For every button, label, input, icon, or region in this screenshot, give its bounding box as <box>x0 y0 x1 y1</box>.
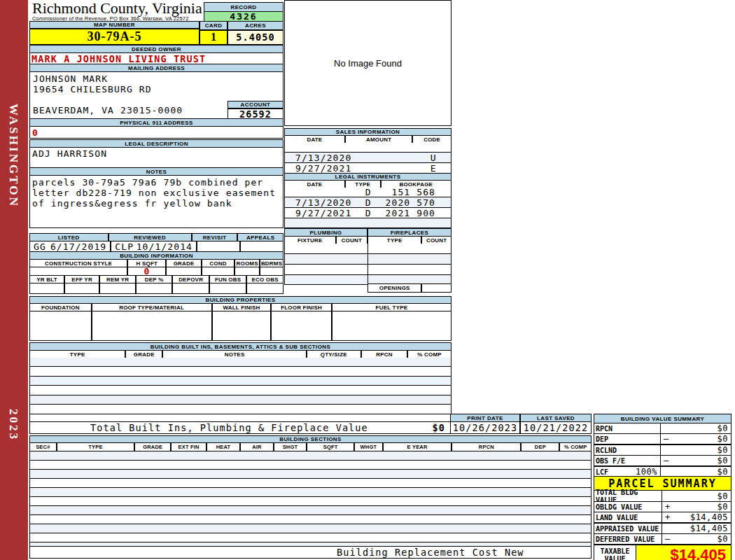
sale-code <box>416 143 451 152</box>
table-row <box>285 265 451 275</box>
notes-line: of ingress&egress fr yellow bank <box>32 198 281 209</box>
rem-yr-value <box>99 283 136 294</box>
foundation-value <box>29 311 92 341</box>
revisit-value <box>197 241 240 252</box>
wall-finish-value <box>212 311 272 341</box>
legal-description-value: ADJ HARRISON <box>29 147 284 168</box>
print-date-value: 10/26/2023 <box>450 421 520 434</box>
table-row <box>30 524 591 533</box>
instrument-type: D <box>352 197 385 208</box>
built-ins-total-row: Total Built Ins, Plumbing & Fireplace Va… <box>29 421 451 434</box>
op-sign: – <box>661 456 669 465</box>
table-row <box>30 386 451 396</box>
table-row <box>30 461 591 470</box>
lcf-value: $0 <box>718 467 731 477</box>
eco-obs-value <box>246 283 284 294</box>
map-number-label: MAP NUMBER <box>29 21 200 29</box>
summary-row: OBS F/E – $0 <box>594 456 732 467</box>
e-year-label: E YEAR <box>383 442 452 451</box>
record-value: 4326 <box>204 12 283 21</box>
instrument-bookpage: 2021 900 <box>384 208 451 218</box>
appraised-value: $14,405 <box>690 524 731 533</box>
table-row <box>30 405 451 414</box>
instrument-date: 9/27/2021 <box>285 208 352 218</box>
table-row <box>30 533 591 542</box>
table-row <box>30 377 451 386</box>
openings-row: OPENINGS <box>368 284 451 293</box>
summary-row: APPRAISED VALUE $14,405 <box>594 524 732 534</box>
op-sign: – <box>661 434 669 444</box>
parcel-summary: TOTAL BLDG VALUE $0 OBLDG VALUE + $0 LAN… <box>594 490 732 560</box>
building-value-summary-title: BUILDING VALUE SUMMARY <box>594 414 732 424</box>
table-row <box>30 488 591 497</box>
acres-label: ACRES <box>227 21 284 30</box>
openings-value <box>421 284 451 293</box>
no-image-text: No Image Found <box>334 58 402 69</box>
table-row: 9/27/2021 D 2021 900 <box>285 208 451 218</box>
rclnd-label: RCLND <box>594 445 661 455</box>
summary-row: DEFERRED VALUE – $0 <box>594 534 732 545</box>
physical-address-value: 0 <box>29 126 284 139</box>
review-value-row: GG 6/17/2019 CLP 10/1/2014 <box>29 241 284 252</box>
deeded-owner-value: MARK A JOHNSON LIVING TRUST <box>29 52 284 64</box>
table-row <box>285 143 451 153</box>
total-bldg-value-label: TOTAL BLDG VALUE <box>594 491 662 501</box>
listed-value: GG 6/17/2019 <box>29 241 111 252</box>
table-row <box>285 254 451 265</box>
dep-label: DEP <box>521 442 559 451</box>
built-ins-total-label: Total Built Ins, Plumbing & Fireplace Va… <box>30 422 368 433</box>
built-ins-total-value: $0 <box>433 422 451 433</box>
sale-date <box>285 143 353 152</box>
county-header: Richmond County, Virginia Commissioner o… <box>32 1 204 22</box>
rclnd-value: $0 <box>718 445 731 455</box>
summary-row: LAND VALUE + $14,405 <box>594 512 732 524</box>
print-info-values: 10/26/2023 10/21/2022 <box>450 421 592 434</box>
obs-fe-value: $0 <box>718 456 731 465</box>
roof-type-value <box>92 311 212 341</box>
account-box: ACCOUNT 26592 <box>227 101 284 119</box>
table-row <box>30 358 451 367</box>
acres-value: 5.4050 <box>227 30 284 45</box>
replacement-cost-label: Building Replacement Cost New <box>30 547 524 558</box>
deferred-value-label: DEFERRED VALUE <box>594 534 662 544</box>
lcf-percent: 100% <box>636 467 657 477</box>
table-row <box>30 506 591 515</box>
instruments-table-body: D 151 568 7/13/2020 D 2020 570 9/27/2021… <box>284 188 451 228</box>
building-properties-body <box>29 311 451 341</box>
mailing-line: 19654 CHILESBURG RD <box>33 84 280 94</box>
county-title: Richmond County, Virginia <box>32 1 204 15</box>
building-sections-body <box>29 451 592 552</box>
table-row <box>30 367 451 377</box>
ext-fin-label: EXT FIN <box>171 442 206 451</box>
building-value-summary: BUILDING VALUE SUMMARY RPCN $0 DEP – $0 … <box>594 414 732 477</box>
sale-date: 9/27/2021 <box>285 163 353 174</box>
taxable-value-label: TAXABLE VALUE <box>594 545 636 560</box>
op-sign: + <box>662 502 671 512</box>
reviewed-date: 10/1/2014 <box>136 241 192 252</box>
dep-pct-value <box>136 283 172 294</box>
instrument-type <box>352 218 385 227</box>
summary-row: OBLDG VALUE + $0 <box>594 502 732 512</box>
reviewed-by: CLP <box>115 241 134 252</box>
record-box: RECORD 4326 <box>204 2 284 21</box>
sales-table-body: 7/13/2020 U 9/27/2021 E <box>284 143 451 174</box>
sale-date: 7/13/2020 <box>285 153 353 163</box>
obldg-value: $0 <box>718 502 731 512</box>
summary-row: RCLND $0 <box>594 445 732 456</box>
instrument-type: D <box>352 187 385 197</box>
sqft-label: SQFT <box>307 442 354 451</box>
summary-row: DEP – $0 <box>594 434 732 445</box>
fun-obs-value <box>209 283 246 294</box>
grade-label: GRADE <box>134 442 171 451</box>
table-row <box>30 515 591 524</box>
summary-row: RPCN $0 <box>594 424 732 434</box>
table-row <box>30 451 591 461</box>
map-card-acres: MAP NUMBER 30-79A-5 CARD 1 ACRES 5.4050 <box>29 21 284 45</box>
building-info-value-row2 <box>29 283 284 294</box>
whgt-label: WHGT <box>354 442 383 451</box>
rpcn-label: RPCN <box>451 442 521 451</box>
taxable-value: $14,405 <box>670 545 731 560</box>
eff-yr-value <box>64 283 99 294</box>
sale-code: U <box>416 153 451 163</box>
sale-code: E <box>416 163 451 174</box>
